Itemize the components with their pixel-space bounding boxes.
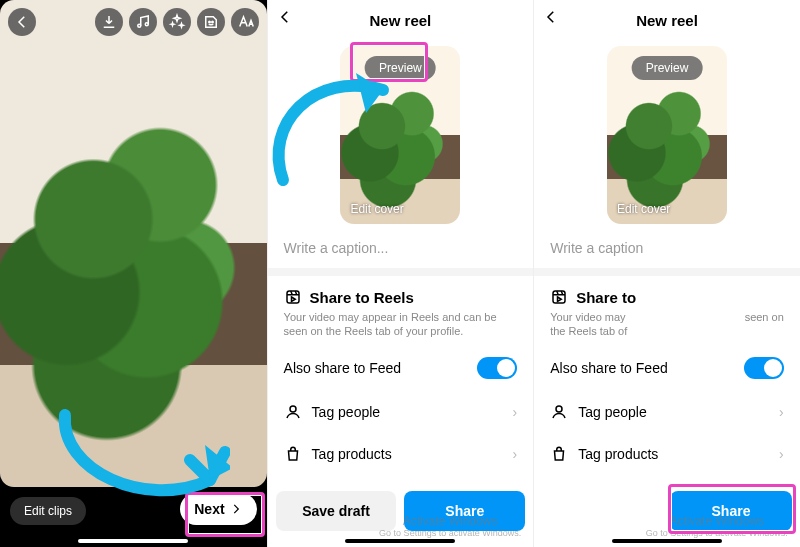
svg-point-3	[211, 21, 213, 23]
person-icon	[284, 403, 302, 421]
back-icon[interactable]	[8, 8, 36, 36]
share-button[interactable]: Share	[670, 491, 792, 531]
tag-products-label: Tag products	[578, 446, 658, 462]
edit-cover-button[interactable]: Edit cover	[350, 202, 403, 216]
bottom-bar: Share	[534, 491, 800, 531]
cover-preview[interactable]: Preview Edit cover	[340, 46, 460, 224]
edit-clips-button[interactable]: Edit clips	[10, 497, 86, 525]
tag-people-label: Tag people	[578, 404, 647, 420]
also-share-toggle[interactable]	[477, 357, 517, 379]
also-share-label: Also share to Feed	[284, 360, 402, 376]
caption-input[interactable]: Write a caption...	[268, 224, 534, 268]
screen-new-reel-2: New reel Preview Edit cover Write a capt…	[533, 0, 800, 547]
bag-icon	[550, 445, 568, 463]
page-title: New reel	[370, 12, 432, 29]
home-indicator	[78, 539, 188, 543]
back-button[interactable]	[542, 8, 560, 26]
download-icon[interactable]	[95, 8, 123, 36]
bag-icon	[284, 445, 302, 463]
chevron-right-icon: ›	[513, 446, 518, 462]
divider	[534, 268, 800, 276]
share-description: Your video may seen on the Reels tab of	[550, 310, 784, 339]
reels-icon	[550, 288, 568, 306]
music-icon[interactable]	[129, 8, 157, 36]
tag-people-row[interactable]: Tag people ›	[268, 391, 534, 433]
screen-new-reel-1: New reel Preview Edit cover Write a capt…	[267, 0, 534, 547]
tag-products-row[interactable]: Tag products ›	[268, 433, 534, 475]
chevron-right-icon: ›	[779, 446, 784, 462]
cover-preview[interactable]: Preview Edit cover	[607, 46, 727, 224]
svg-point-2	[208, 21, 210, 23]
sticker-icon[interactable]	[197, 8, 225, 36]
also-share-label: Also share to Feed	[550, 360, 668, 376]
page-title: New reel	[636, 12, 698, 29]
back-button[interactable]	[276, 8, 294, 26]
share-heading: Share to	[576, 289, 636, 306]
home-indicator	[345, 539, 455, 543]
home-indicator	[612, 539, 722, 543]
share-description: Your video may appear in Reels and can b…	[284, 310, 518, 339]
effects-icon[interactable]	[163, 8, 191, 36]
chevron-right-icon: ›	[513, 404, 518, 420]
chevron-right-icon: ›	[779, 404, 784, 420]
editor-toolbar	[0, 8, 267, 36]
caption-input[interactable]: Write a caption	[534, 224, 800, 268]
svg-point-0	[137, 24, 140, 27]
svg-point-1	[145, 23, 148, 26]
tag-people-label: Tag people	[312, 404, 381, 420]
also-share-row: Also share to Feed	[268, 345, 534, 391]
reels-icon	[284, 288, 302, 306]
preview-photo	[0, 0, 267, 487]
bottom-bar: Save draft Share	[268, 491, 534, 531]
svg-point-7	[556, 406, 562, 412]
svg-point-5	[290, 406, 296, 412]
tag-products-row[interactable]: Tag products ›	[534, 433, 800, 475]
preview-button[interactable]: Preview	[365, 56, 436, 80]
plant-image	[0, 0, 267, 487]
share-section: Share to Your video may seen on the Reel…	[534, 276, 800, 345]
next-label: Next	[194, 501, 224, 517]
text-icon[interactable]	[231, 8, 259, 36]
person-icon	[550, 403, 568, 421]
next-button[interactable]: Next	[180, 493, 256, 525]
share-section: Share to Reels Your video may appear in …	[268, 276, 534, 345]
edit-cover-button[interactable]: Edit cover	[617, 202, 670, 216]
screen-editor: Edit clips Next	[0, 0, 267, 547]
tag-products-label: Tag products	[312, 446, 392, 462]
tag-people-row[interactable]: Tag people ›	[534, 391, 800, 433]
header: New reel	[268, 0, 534, 40]
header: New reel	[534, 0, 800, 40]
also-share-row: Also share to Feed	[534, 345, 800, 391]
share-button[interactable]: Share	[404, 491, 525, 531]
save-draft-button[interactable]: Save draft	[276, 491, 397, 531]
preview-button[interactable]: Preview	[632, 56, 703, 80]
also-share-toggle[interactable]	[744, 357, 784, 379]
divider	[268, 268, 534, 276]
share-heading: Share to Reels	[310, 289, 414, 306]
